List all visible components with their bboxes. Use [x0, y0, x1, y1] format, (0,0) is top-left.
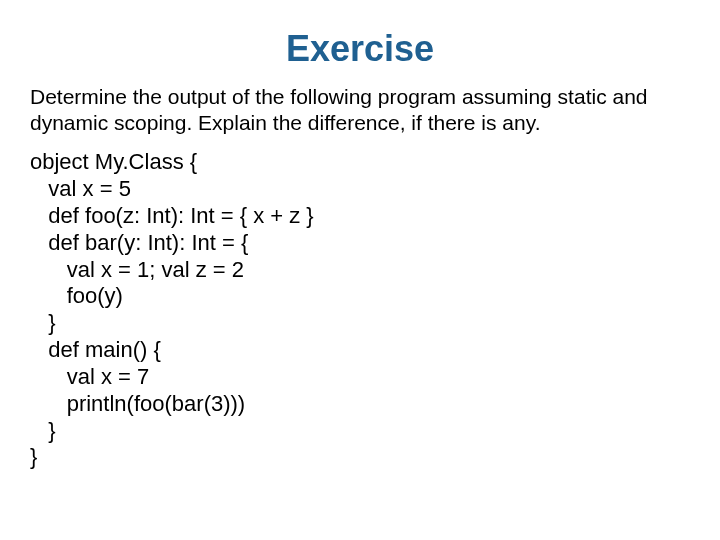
- code-block: object My.Class { val x = 5 def foo(z: I…: [30, 149, 690, 471]
- exercise-prompt: Determine the output of the following pr…: [30, 84, 690, 135]
- slide-title: Exercise: [30, 28, 690, 70]
